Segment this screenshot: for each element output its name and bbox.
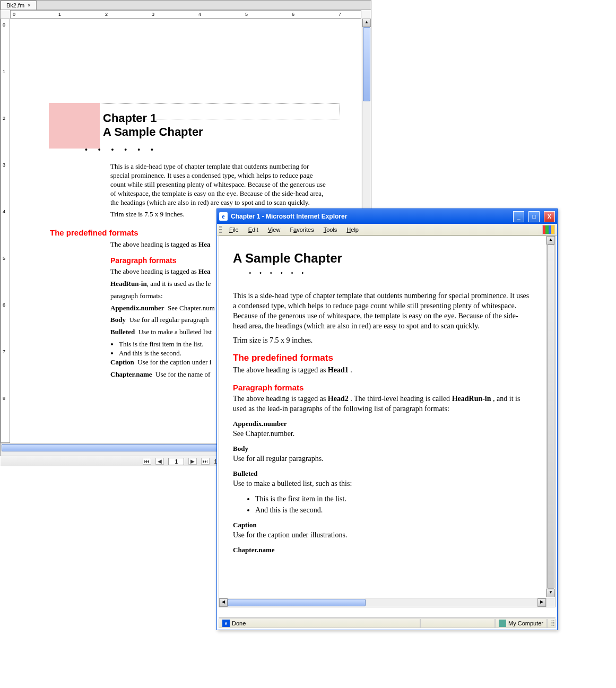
ruler-tick-2: 2 bbox=[105, 12, 108, 17]
html-page[interactable]: A Sample Chapter • • • • • • This is a s… bbox=[219, 236, 545, 597]
vruler-2: 2 bbox=[3, 116, 5, 121]
vertical-ruler[interactable]: 0 1 2 3 4 5 6 7 8 bbox=[1, 19, 10, 443]
ruler-tick-1: 1 bbox=[58, 12, 61, 17]
windows-flag-icon bbox=[542, 225, 555, 234]
chapter-title[interactable]: A Sample Chapter bbox=[103, 125, 203, 139]
menu-view[interactable]: View bbox=[264, 225, 285, 234]
scroll-thumb[interactable] bbox=[363, 27, 370, 101]
decorative-dots: • • • • • • bbox=[249, 269, 532, 277]
ie-window: e Chapter 1 - Microsoft Internet Explore… bbox=[216, 208, 558, 630]
ie-titlebar[interactable]: e Chapter 1 - Microsoft Internet Explore… bbox=[217, 209, 557, 224]
body-paragraph: The above heading is tagged as Head1 . bbox=[233, 365, 532, 376]
ie-title-text: Chapter 1 - Microsoft Internet Explorer bbox=[231, 213, 347, 220]
status-text: Done bbox=[232, 620, 246, 626]
next-page-button[interactable]: ▶ bbox=[188, 458, 197, 465]
definition-term: Bulleted bbox=[233, 469, 532, 478]
prev-page-button[interactable]: ◀ bbox=[155, 458, 164, 465]
vruler-3: 3 bbox=[3, 162, 5, 168]
document-tab-label: Bk2.fm bbox=[6, 2, 24, 8]
ruler-tick-0: 0 bbox=[13, 12, 15, 17]
ie-vertical-scrollbar[interactable]: ▲ ▼ bbox=[546, 236, 555, 597]
ruler-tick-6: 6 bbox=[292, 12, 294, 17]
ruler-tick-7: 7 bbox=[339, 12, 341, 17]
scroll-thumb[interactable] bbox=[547, 245, 554, 589]
body-paragraph[interactable]: This is a side-head type of chapter temp… bbox=[110, 162, 329, 207]
vruler-5: 5 bbox=[3, 256, 5, 261]
scroll-down-button[interactable]: ▼ bbox=[546, 589, 555, 597]
minimize-button[interactable]: _ bbox=[513, 211, 524, 222]
ie-statusbar: e Done My Computer ⣿ bbox=[219, 617, 556, 628]
bulleted-list: This is the first item in the list. And … bbox=[255, 493, 532, 516]
scrollbar-corner bbox=[546, 598, 555, 607]
heading1-red: The predefined formats bbox=[233, 353, 532, 363]
scroll-left-button[interactable]: ◀ bbox=[219, 598, 228, 607]
vruler-8: 8 bbox=[3, 396, 5, 401]
menu-tools[interactable]: Tools bbox=[319, 225, 342, 234]
body-paragraph: This is a side-head type of chapter temp… bbox=[233, 291, 532, 332]
vruler-0: 0 bbox=[3, 22, 5, 28]
last-page-button[interactable]: ⏭ bbox=[201, 458, 210, 465]
ruler-tick-4: 4 bbox=[198, 12, 201, 17]
ie-menubar: File Edit View Favorites Tools Help bbox=[217, 224, 557, 236]
heading2-red: Paragraph formats bbox=[233, 383, 532, 392]
document-page[interactable]: Chapter 1 A Sample Chapter • • • • • • T… bbox=[49, 103, 340, 119]
body-paragraph: Trim size is 7.5 x 9 inches. bbox=[233, 336, 532, 346]
ie-content-area: A Sample Chapter • • • • • • This is a s… bbox=[219, 236, 556, 607]
framemaker-tabs: Bk2.fm × bbox=[1, 1, 371, 10]
close-icon[interactable]: × bbox=[28, 3, 30, 8]
my-computer-icon bbox=[499, 620, 506, 627]
chapter-number-block bbox=[49, 103, 100, 149]
definition-term: Chapter.name bbox=[233, 546, 532, 554]
vruler-1: 1 bbox=[3, 69, 5, 74]
page-h1: A Sample Chapter bbox=[233, 251, 532, 266]
list-item: And this is the second. bbox=[255, 504, 532, 516]
list-item: This is the first item in the list. bbox=[255, 493, 532, 504]
menu-help[interactable]: Help bbox=[342, 225, 363, 234]
status-left: e Done bbox=[219, 619, 420, 628]
definition-desc: See Chapter.number. bbox=[233, 429, 532, 439]
ruler-tick-5: 5 bbox=[245, 12, 248, 17]
vruler-7: 7 bbox=[3, 349, 5, 354]
vruler-4: 4 bbox=[3, 209, 5, 214]
ie-icon: e bbox=[219, 212, 228, 221]
hscroll-thumb[interactable] bbox=[228, 599, 366, 606]
menu-file[interactable]: File bbox=[225, 225, 243, 234]
zone-label: My Computer bbox=[508, 620, 543, 626]
horizontal-ruler[interactable]: 0 1 2 3 4 5 6 7 bbox=[10, 10, 361, 19]
scroll-right-button[interactable]: ▶ bbox=[537, 598, 546, 607]
first-page-button[interactable]: ⏮ bbox=[143, 458, 151, 465]
definition-desc: Use for the caption under illustrations. bbox=[233, 530, 532, 541]
ruler-tick-3: 3 bbox=[152, 12, 154, 17]
definition-desc: Use for all regular paragraphs. bbox=[233, 454, 532, 464]
resize-grip-icon[interactable]: ⣿ bbox=[547, 619, 556, 628]
definition-term: Caption bbox=[233, 521, 532, 529]
status-mid bbox=[420, 619, 495, 628]
maximize-button[interactable]: □ bbox=[528, 211, 540, 222]
page-number-input[interactable] bbox=[168, 458, 184, 465]
menu-edit[interactable]: Edit bbox=[244, 225, 263, 234]
definition-term: Body bbox=[233, 445, 532, 453]
toolbar-grip-icon[interactable] bbox=[219, 226, 222, 233]
decorative-dots: • • • • • • bbox=[85, 145, 158, 154]
chapter-number[interactable]: Chapter 1 bbox=[103, 111, 157, 125]
page-icon: e bbox=[222, 620, 230, 627]
vruler-6: 6 bbox=[3, 302, 5, 308]
ie-horizontal-scrollbar[interactable]: ◀ ▶ bbox=[219, 598, 546, 607]
document-tab[interactable]: Bk2.fm × bbox=[1, 1, 37, 10]
status-zone: My Computer bbox=[495, 619, 547, 628]
definition-term: Appendix.number bbox=[233, 420, 532, 428]
close-button[interactable]: X bbox=[544, 211, 555, 222]
scroll-up-button[interactable]: ▲ bbox=[546, 236, 555, 245]
menu-favorites[interactable]: Favorites bbox=[285, 225, 318, 234]
body-paragraph: The above heading is tagged as Head2 . T… bbox=[233, 394, 532, 414]
definition-desc: Use to make a bulleted list, such as thi… bbox=[233, 479, 532, 489]
scroll-up-button[interactable]: ▲ bbox=[362, 19, 371, 27]
